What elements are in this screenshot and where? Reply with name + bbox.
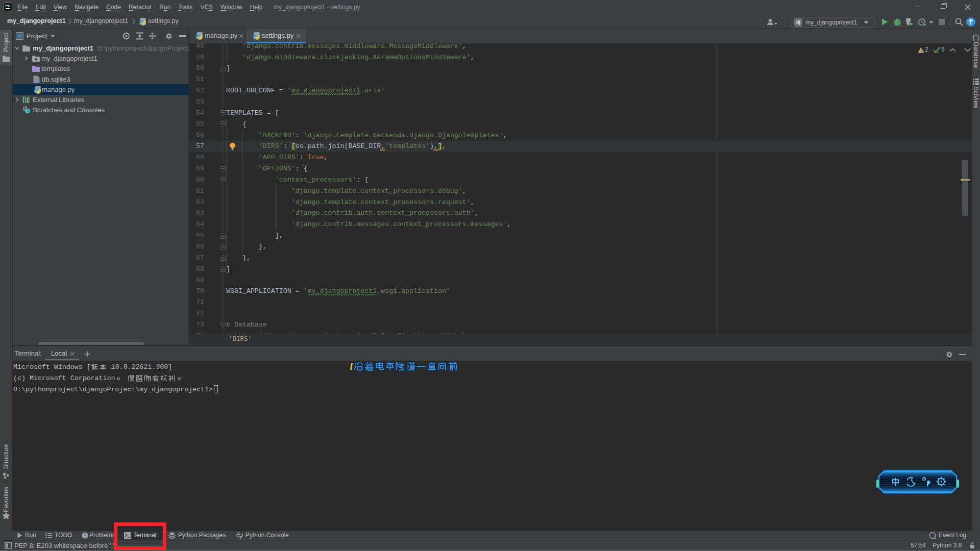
svg-text:?: ? [36, 78, 39, 83]
